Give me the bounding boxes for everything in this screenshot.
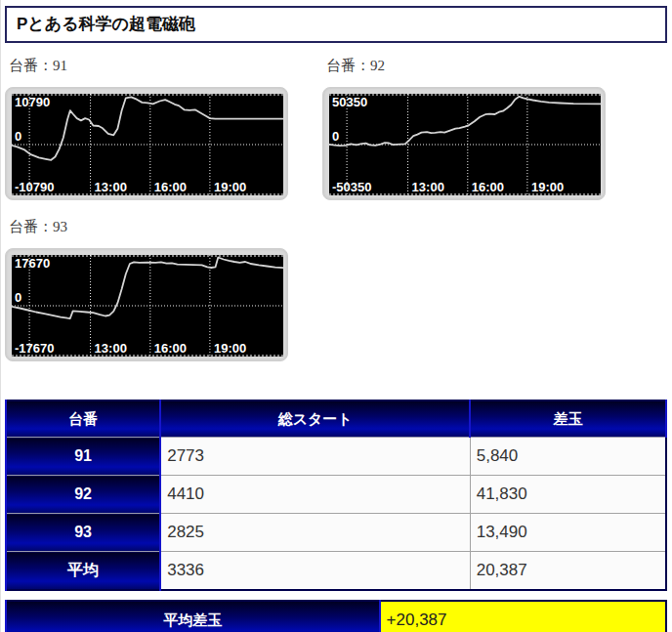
trend-chart-svg: 107900-1079013:0016:0019:00	[12, 94, 283, 195]
summary-row: 平均差玉+20,387	[6, 601, 666, 632]
svg-text:19:00: 19:00	[531, 180, 564, 194]
svg-text:-10790: -10790	[15, 180, 54, 194]
trend-chart-svg: 176700-1767013:0016:0019:00	[12, 255, 283, 357]
svg-text:16:00: 16:00	[154, 180, 187, 194]
page-title: Pとある科学の超電磁砲	[5, 6, 667, 43]
svg-text:17670: 17670	[15, 256, 50, 271]
trend-chart-91: 107900-1079013:0016:0019:00	[5, 87, 288, 200]
table-row: 92441041,830	[6, 476, 666, 514]
ball-diff-cell: 20,387	[470, 552, 666, 591]
svg-text:-17670: -17670	[15, 341, 54, 356]
machine-number-cell: 平均	[6, 552, 160, 591]
svg-text:16:00: 16:00	[154, 341, 187, 356]
svg-text:16:00: 16:00	[472, 180, 504, 194]
table-row: 9127735,840	[6, 438, 666, 476]
trend-chart-92: 503500-5035013:0016:0019:00	[322, 87, 606, 200]
total-start-cell: 2773	[160, 438, 470, 476]
svg-text:0: 0	[15, 290, 21, 305]
machine-table-body: 9127735,84092441041,83093282513,490平均333…	[6, 438, 666, 591]
trend-chart-svg: 503500-5035013:0016:0019:00	[329, 94, 601, 195]
machine-number-cell: 91	[6, 438, 160, 476]
header-machine-number: 台番	[6, 400, 160, 438]
svg-text:13:00: 13:00	[95, 180, 127, 194]
machine-number-cell: 92	[6, 476, 160, 514]
table-row: 93282513,490	[6, 514, 666, 552]
header-ball-diff: 差玉	[470, 400, 666, 438]
chart-block-93: 台番：93 176700-1767013:0016:0019:00	[5, 206, 322, 361]
machine-data-table: 台番 総スタート 差玉 9127735,84092441041,83093282…	[5, 400, 667, 591]
machine-number-label: 台番：91	[9, 57, 322, 75]
table-row: 平均333620,387	[6, 552, 666, 591]
svg-text:0: 0	[15, 129, 21, 144]
chart-block-91: 台番：91 107900-1079013:0016:0019:00	[5, 45, 322, 200]
trend-chart-93: 176700-1767013:0016:0019:00	[5, 248, 288, 361]
svg-text:13:00: 13:00	[412, 180, 444, 194]
total-start-cell: 4410	[160, 476, 470, 514]
svg-text:19:00: 19:00	[214, 180, 246, 194]
ball-diff-cell: 41,830	[470, 476, 666, 514]
machine-number-label: 台番：93	[9, 218, 322, 236]
summary-label-cell: 平均差玉	[6, 601, 380, 632]
machine-number-label: 台番：92	[326, 57, 667, 75]
svg-text:0: 0	[332, 129, 339, 144]
page: Pとある科学の超電磁砲 台番：91 107900-1079013:0016:00…	[1, 0, 672, 632]
total-start-cell: 3336	[160, 552, 470, 591]
svg-text:50350: 50350	[332, 95, 367, 109]
chart-block-92: 台番：92 503500-5035013:0016:0019:00	[322, 45, 667, 200]
svg-text:10790: 10790	[15, 95, 50, 109]
header-total-start: 総スタート	[160, 400, 470, 438]
svg-text:-50350: -50350	[332, 180, 371, 194]
ball-diff-cell: 13,490	[470, 514, 666, 552]
summary-table: 平均差玉+20,387差玉プラスの割合100%(3/3台)	[5, 600, 667, 632]
machine-number-cell: 93	[6, 514, 160, 552]
table-header-row: 台番 総スタート 差玉	[6, 400, 666, 438]
svg-text:13:00: 13:00	[95, 341, 127, 356]
total-start-cell: 2825	[160, 514, 470, 552]
summary-value-cell: +20,387	[380, 601, 666, 632]
svg-text:19:00: 19:00	[214, 341, 246, 356]
summary-table-body: 平均差玉+20,387差玉プラスの割合100%(3/3台)	[6, 601, 666, 632]
ball-diff-cell: 5,840	[470, 438, 666, 476]
charts-grid: 台番：91 107900-1079013:0016:0019:00 台番：92 …	[5, 45, 667, 367]
